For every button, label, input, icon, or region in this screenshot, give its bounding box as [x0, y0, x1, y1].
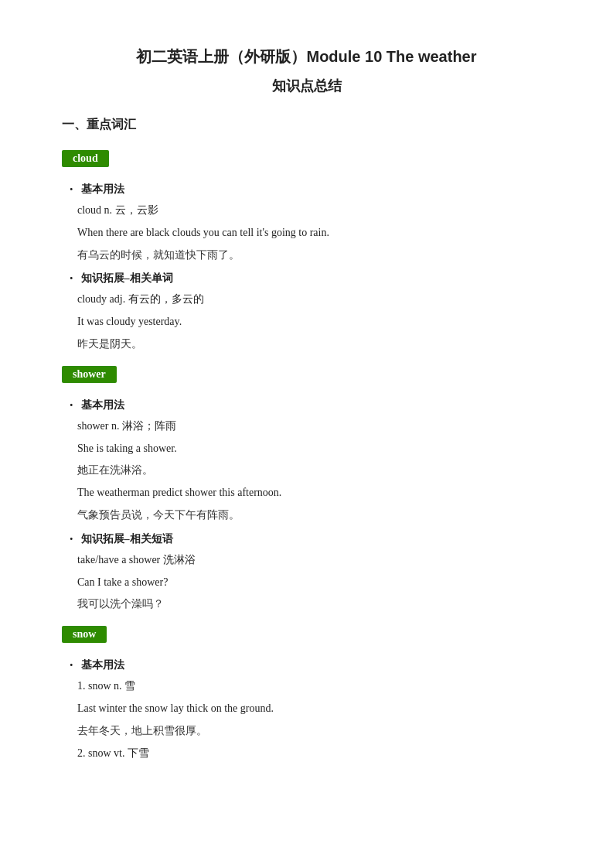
- content-line: take/have a shower 洗淋浴: [77, 551, 551, 569]
- content-line: 1. snow n. 雪: [77, 677, 551, 695]
- subsection-title-shower-1: ·知识拓展–相关短语: [70, 532, 551, 546]
- page-subtitle: 知识点总结: [62, 77, 551, 95]
- subsection-cloud-0: ·基本用法cloud n. 云，云影When there are black c…: [62, 183, 551, 264]
- content-line: When there are black clouds you can tell…: [77, 224, 551, 242]
- content-line: Can I take a shower?: [77, 573, 551, 592]
- subsection-title-cloud-1: ·知识拓展–相关单词: [70, 272, 551, 285]
- subsection-shower-1: ·知识拓展–相关短语take/have a shower 洗淋浴Can I ta…: [62, 532, 551, 613]
- subsection-title-snow-0: ·基本用法: [70, 658, 551, 672]
- keyword-badge-snow: snow: [62, 626, 107, 643]
- subsection-title-shower-0: ·基本用法: [70, 398, 551, 412]
- content-line: She is taking a shower.: [77, 439, 551, 458]
- content-line: Last winter the snow lay thick on the gr…: [77, 699, 551, 718]
- content-line: 她正在洗淋浴。: [77, 461, 551, 480]
- content-line: 去年冬天，地上积雪很厚。: [77, 722, 551, 740]
- content-line: 昨天是阴天。: [77, 335, 551, 354]
- keyword-badge-shower: shower: [62, 366, 117, 383]
- keyword-badge-cloud: cloud: [62, 150, 109, 167]
- content-line: It was cloudy yesterday.: [77, 313, 551, 331]
- content-line: cloud n. 云，云影: [77, 201, 551, 220]
- section1-title: 一、重点词汇: [62, 117, 551, 133]
- content-line: 气象预告员说，今天下午有阵雨。: [77, 506, 551, 525]
- content-line: cloudy adj. 有云的，多云的: [77, 290, 551, 309]
- content-line: The weatherman predict shower this after…: [77, 484, 551, 502]
- content-line: shower n. 淋浴；阵雨: [77, 417, 551, 436]
- content-line: 我可以洗个澡吗？: [77, 595, 551, 613]
- keywords-container: cloud·基本用法cloud n. 云，云影When there are bl…: [62, 144, 551, 762]
- content-line: 有乌云的时候，就知道快下雨了。: [77, 246, 551, 265]
- subsection-cloud-1: ·知识拓展–相关单词cloudy adj. 有云的，多云的It was clou…: [62, 272, 551, 353]
- page-title: 初二英语上册（外研版）Module 10 The weather: [62, 46, 551, 67]
- content-line: 2. snow vt. 下雪: [77, 744, 551, 763]
- subsection-shower-0: ·基本用法shower n. 淋浴；阵雨She is taking a show…: [62, 398, 551, 525]
- subsection-title-cloud-0: ·基本用法: [70, 183, 551, 196]
- subsection-snow-0: ·基本用法1. snow n. 雪Last winter the snow la…: [62, 658, 551, 762]
